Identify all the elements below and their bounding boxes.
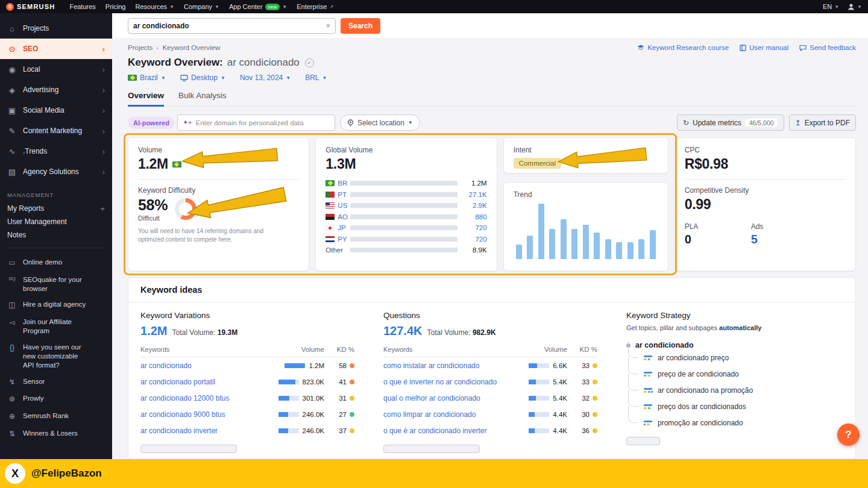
sidebar-item-sensor[interactable]: ↯ Sensor [0,374,112,391]
search-bar-row: × Search [112,13,868,38]
view-all-button[interactable] [140,445,237,453]
kd-dot [593,363,597,368]
domain-input[interactable] [196,119,330,127]
plus-icon[interactable]: + [100,204,105,213]
nav-enterprise[interactable]: Enterprise↗ [297,3,334,10]
search-button[interactable]: Search [341,18,380,34]
cpc-card: CPC R$0.98 Competitive Density 0.99 PLA … [675,137,856,271]
sidebar-item-prowly[interactable]: ⊛ Prowly [0,390,112,408]
keyword-link[interactable]: ar condicionado 9000 btus [140,410,225,419]
pla-label: PLA [685,222,751,231]
user-menu[interactable]: ▼ [848,3,862,10]
global-volume-row: Other 8.9K [326,246,486,254]
sidebar-item-api-format[interactable]: {} Have you seen our new customizable AP… [0,339,112,374]
user-manual-link[interactable]: User manual [740,44,788,51]
sidebar-item-my-reports[interactable]: My Reports + [0,202,112,215]
help-button[interactable]: ? [837,424,860,446]
chevron-down-icon: ▼ [282,4,287,10]
nav-app-center[interactable]: App Centernew▼ [229,3,287,10]
footer-banner: X @FelipeBazon [0,459,868,488]
sidebar-item-local[interactable]: ◉ Local › [0,59,112,80]
ads-label: Ads [751,222,817,231]
table-row: ar condicionado 9000 btus 246.0K 27 [140,406,354,422]
keyword-search-input[interactable] [133,22,326,30]
date-filter[interactable]: Nov 13, 2024 ▼ [240,74,291,82]
table-row: ar condicionado portatil 823.0K 41 [140,374,354,390]
sidebar-item-hire-agency[interactable]: ◫ Hire a digital agency [0,296,112,314]
questions-column: Questions 127.4K Total Volume: 982.9K Ke… [383,311,597,453]
strategy-child-node[interactable]: preço de ar condicionado [628,366,843,382]
keyword-link[interactable]: ar condicionado [140,361,192,370]
tab-bulk-analysis[interactable]: Bulk Analysis [178,91,227,106]
keyword-link[interactable]: ar condicionado inverter [140,427,218,435]
location-pin-icon [347,119,354,127]
tab-overview[interactable]: Overview [128,91,164,107]
currency-filter[interactable]: BRL ▼ [305,74,327,82]
sidebar-item-agency-solutions[interactable]: ▤ Agency Solutions › [0,161,112,182]
nav-pricing[interactable]: Pricing [105,3,126,10]
seo-icon: ⊙ [7,45,17,54]
megaphone-icon: ◅ [7,318,17,336]
sidebar-item-social-media[interactable]: ▣ Social Media › [0,100,112,120]
language-selector[interactable]: EN▼ [823,3,839,10]
keyword-link[interactable]: ar condicionado portatil [140,378,215,386]
table-row: ar condicionado inverter 246.0K 37 [140,422,354,439]
check-circle-icon: ✓ [305,58,314,67]
sidebar-item-advertising[interactable]: ◈ Advertising › [0,80,112,100]
questions-count[interactable]: 127.4K [383,324,423,338]
sidebar-item-semrush-rank[interactable]: ⊕ Semrush Rank [0,408,112,425]
table-row: como instalar ar condicionado 6.6K 33 [383,357,597,374]
export-pdf-button[interactable]: ↥ Export to PDF [789,114,856,131]
nav-features[interactable]: Features [69,3,95,10]
global-volume-row: US 2.9K [326,202,486,209]
page-title: Keyword Overview: [128,57,223,69]
chevron-down-icon: ▼ [169,4,174,10]
semrush-logo[interactable]: S SEMRUSH [6,3,55,11]
sparkle-icon: ✦+ [183,119,192,127]
view-all-button[interactable] [383,445,480,453]
keyword-research-course-link[interactable]: Keyword Research course [637,44,729,51]
strategy-child-node[interactable]: promoção ar condicionado [628,414,843,431]
sidebar-item-seo[interactable]: ⊙ SEO › [0,39,112,59]
sidebar-item-trends[interactable]: ∿ .Trends › [0,141,112,161]
sidebar-item-projects[interactable]: ⌂ Projects [0,18,112,39]
chevron-down-icon: ▼ [161,75,166,81]
sidebar-item-seoquake[interactable]: SQ SEOquake for your browser [0,272,112,297]
location-select[interactable]: Select location ▼ [340,114,420,131]
keyword-link[interactable]: ar condicionado 12000 btus [140,394,229,402]
ads-value[interactable]: 5 [751,233,817,246]
sidebar-item-online-demo[interactable]: ▭ Online demo [0,254,112,272]
keyword-link[interactable]: como instalar ar condicionado [383,361,479,370]
variations-count[interactable]: 1.2M [140,324,167,338]
keyword-link[interactable]: o que é inverter no ar condicionado [383,378,497,386]
sidebar-item-content-marketing[interactable]: ✎ Content Marketing › [0,120,112,141]
chevron-right-icon: › [102,167,105,177]
view-all-button[interactable] [626,437,660,445]
sidebar-item-user-management[interactable]: User Management [0,215,112,228]
send-feedback-link[interactable]: Send feedback [799,44,856,51]
brazil-flag-icon [326,180,335,186]
clear-search-icon[interactable]: × [326,21,330,30]
strategy-child-node[interactable]: ar condicionado na promoção [628,382,843,398]
pillar-page-icon [644,355,653,360]
sidebar-item-winners-losers[interactable]: ⇅ Winners & Losers [0,425,112,443]
keyword-link[interactable]: o que é ar condicionado inverter [383,427,486,435]
monitor-icon: ▭ [7,258,17,268]
nav-resources[interactable]: Resources▼ [135,3,174,10]
keyword-link[interactable]: qual o melhor ar condicionado [383,394,480,402]
pulse-icon: ↯ [7,377,17,387]
country-filter[interactable]: Brazil ▼ [128,74,166,82]
strategy-child-node[interactable]: ar condicionado preço [628,349,843,366]
keyword-variations-column: Keyword Variations 1.2M Total Volume: 19… [140,311,354,453]
keyword-link[interactable]: como limpar ar condicionado [383,410,476,419]
breadcrumb-projects[interactable]: Projects [128,44,153,51]
nav-company[interactable]: Company▼ [184,3,219,10]
sidebar-item-notes[interactable]: Notes [0,228,112,242]
portugal-flag-icon [326,192,335,198]
pillar-page-icon [644,404,653,409]
sidebar-item-affiliate-program[interactable]: ◅ Join our Affiliate Program [0,314,112,339]
device-filter[interactable]: Desktop ▼ [180,74,225,82]
code-braces-icon: {} [7,343,17,370]
strategy-child-node[interactable]: preço dos ar condicionados [628,398,843,414]
update-metrics-button[interactable]: ↻ Update metrics 46/5,000 [677,114,784,131]
